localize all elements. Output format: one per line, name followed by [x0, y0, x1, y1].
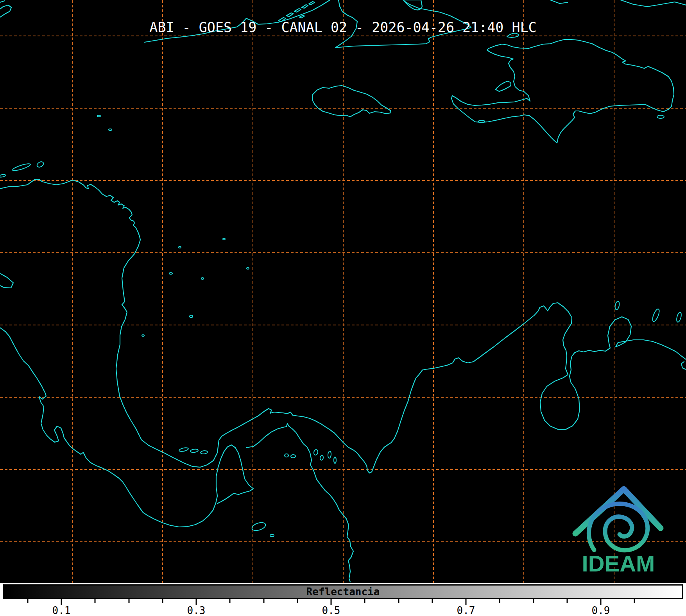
- logo-hurricane-spiral-icon: [589, 504, 647, 550]
- island-outline: [190, 449, 199, 453]
- coastline: [0, 1, 5, 2]
- colorbar-tick: [331, 599, 332, 605]
- ideam-logo: IDEAM: [575, 489, 661, 576]
- island-outline: [285, 454, 288, 457]
- colorbar-tick-label: 0.9: [592, 605, 610, 616]
- colorbar-tick: [398, 599, 399, 603]
- colorbar: Reflectancia 0.10.30.50.70.9: [0, 583, 686, 616]
- colorbar-tick: [297, 599, 298, 603]
- colorbar-tick: [634, 599, 635, 603]
- map-svg: IDEAM: [0, 0, 686, 583]
- island-outline: [651, 308, 661, 322]
- colorbar-tick-label: 0.1: [52, 605, 71, 616]
- colorbar-tick: [229, 599, 231, 603]
- island-outline: [36, 161, 45, 168]
- colorbar-tick: [432, 599, 433, 603]
- coastline: [681, 362, 686, 370]
- colorbar-tick: [364, 599, 365, 603]
- colorbar-tick: [95, 599, 96, 603]
- colorbar-tick-label: 0.5: [322, 605, 340, 616]
- island-outline: [169, 273, 172, 274]
- island-outline: [291, 455, 296, 458]
- graticule-grid: [0, 0, 686, 583]
- island-outline: [334, 457, 336, 463]
- island-outline: [201, 278, 204, 279]
- coastline: [246, 423, 353, 582]
- colorbar-tick: [128, 599, 129, 603]
- image-title: ABI - GOES 19 - CANAL 02 - 2026-04-26 21…: [149, 20, 536, 35]
- colorbar-tick: [533, 599, 534, 603]
- island-outline: [313, 449, 318, 455]
- island-outline: [0, 174, 5, 178]
- island-outline: [223, 238, 225, 240]
- coastline: [621, 0, 686, 7]
- island-outline: [676, 312, 682, 323]
- colorbar-tick: [499, 599, 500, 603]
- coastline: [0, 5, 11, 17]
- colorbar-tick-label: 0.7: [457, 605, 475, 616]
- satellite-image-view: IDEAM ABI - GOES 19 - CANAL 02 - 2026-04…: [0, 0, 686, 616]
- colorbar-label: Reflectancia: [0, 584, 686, 599]
- island-outline: [97, 115, 100, 117]
- island-outline: [201, 450, 208, 454]
- island-outline: [614, 301, 620, 310]
- island-outline: [270, 534, 274, 537]
- island-outline: [142, 335, 144, 336]
- island-outline: [657, 115, 664, 118]
- island-outline: [190, 315, 193, 318]
- colorbar-tick: [566, 599, 568, 603]
- island-outline: [179, 447, 188, 452]
- coastline: [312, 86, 391, 117]
- colorbar-tick: [61, 599, 62, 605]
- colorbar-tick: [466, 599, 467, 605]
- island-outline: [478, 120, 485, 123]
- island-outline: [328, 451, 331, 459]
- island-outline: [320, 455, 324, 460]
- colorbar-tick-label: 0.3: [187, 605, 206, 616]
- coastline: [496, 81, 511, 91]
- colorbar-tick: [162, 599, 163, 603]
- island-outline: [251, 521, 267, 532]
- coastline: [550, 0, 568, 4]
- coastline: [0, 273, 13, 288]
- colorbar-tick: [600, 599, 602, 605]
- coastline: [0, 328, 253, 527]
- coastline: [451, 39, 674, 143]
- island-outline: [179, 246, 181, 248]
- colorbar-tick: [196, 599, 197, 605]
- island-outline: [12, 162, 31, 172]
- map-area: IDEAM ABI - GOES 19 - CANAL 02 - 2026-04…: [0, 0, 686, 583]
- colorbar-tick-labels: 0.10.30.50.70.9: [0, 605, 686, 616]
- island-outline: [247, 268, 249, 269]
- logo-wordmark: IDEAM: [582, 551, 655, 576]
- colorbar-tick: [27, 599, 28, 603]
- colorbar-tick: [263, 599, 264, 603]
- island-outline: [109, 129, 112, 130]
